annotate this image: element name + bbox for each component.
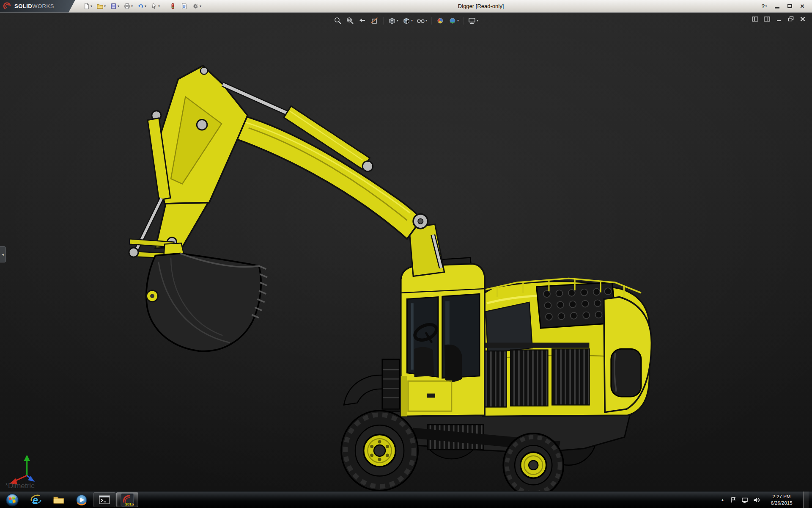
edit-appearance-ball-icon: [436, 17, 444, 25]
undo-button[interactable]: ▾: [135, 0, 148, 12]
zoom-to-fit-button[interactable]: [333, 16, 343, 26]
feature-panel-collapse-tab[interactable]: ◂: [0, 246, 6, 262]
taskbar: e: [0, 491, 812, 508]
new-button[interactable]: ▾: [81, 0, 94, 12]
hide-show-glasses-icon: [417, 17, 425, 25]
file-properties-icon: [181, 3, 188, 10]
start-button[interactable]: [0, 491, 25, 508]
dropdown-caret[interactable]: ▾: [200, 5, 201, 8]
open-button[interactable]: ▾: [95, 0, 107, 12]
taskbar-internet-explorer[interactable]: e: [25, 492, 47, 507]
system-tray: ▲ 2:27 PM 6/26/2015: [719, 491, 812, 508]
select-button[interactable]: ▾: [149, 0, 162, 12]
dropdown-caret[interactable]: ▾: [131, 5, 133, 8]
maximize-button[interactable]: [784, 2, 795, 11]
dropdown-caret[interactable]: ▾: [158, 5, 160, 8]
previous-view-button[interactable]: [357, 16, 368, 26]
clock-date: 6/26/2015: [764, 500, 799, 506]
taskbar-command-prompt[interactable]: [93, 492, 115, 507]
graphics-viewport[interactable]: *Dimetric: [0, 13, 812, 491]
display-style-button[interactable]: ▾: [401, 16, 414, 26]
undo-icon: [137, 3, 144, 10]
toolbar-separator: [463, 17, 464, 25]
minimize-button[interactable]: [771, 2, 782, 11]
doc-close-icon[interactable]: [799, 16, 806, 22]
dropdown-caret[interactable]: ▾: [104, 5, 106, 8]
network-icon[interactable]: [741, 496, 749, 504]
zoom-to-area-icon: [346, 17, 354, 25]
dropdown-caret[interactable]: ▾: [145, 5, 146, 8]
close-button[interactable]: ×: [797, 2, 808, 11]
doc-minimize-icon[interactable]: [776, 16, 782, 22]
apply-scene-button[interactable]: ▾: [447, 16, 460, 26]
front-right-wheel[interactable]: [503, 433, 563, 491]
apply-scene-icon: [448, 17, 457, 25]
options-button[interactable]: ▾: [190, 0, 203, 12]
taskbar-media-player[interactable]: [71, 492, 93, 507]
dropdown-caret[interactable]: ▾: [91, 5, 92, 8]
headsup-toolbar: ▾ ▾ ▾: [329, 15, 483, 27]
internet-explorer-icon: e: [30, 494, 42, 506]
window-controls: ?▾ ×: [759, 2, 812, 11]
model-canvas[interactable]: *Dimetric: [0, 13, 812, 491]
brand-light: WORKS: [32, 3, 54, 9]
clock-time: 2:27 PM: [764, 494, 799, 500]
zoom-to-area-button[interactable]: [345, 16, 355, 26]
print-button[interactable]: ▾: [122, 0, 134, 12]
taskbar-windows-explorer[interactable]: [48, 492, 70, 507]
view-orientation-label: *Dimetric: [5, 481, 35, 490]
dropdown-caret[interactable]: ▾: [411, 19, 413, 22]
solidworks-logo-icon: [3, 2, 12, 11]
pane-right-icon[interactable]: [764, 16, 771, 22]
rebuild-button[interactable]: [167, 0, 178, 12]
toolbar-separator: [431, 17, 432, 25]
help-glyph: ?: [762, 3, 765, 9]
dropdown-caret[interactable]: ▾: [477, 19, 478, 22]
doc-restore-icon[interactable]: [787, 16, 794, 22]
help-button[interactable]: ?▾: [759, 2, 770, 11]
dropdown-caret[interactable]: ▾: [397, 19, 398, 22]
view-settings-icon: [468, 17, 476, 25]
zoom-to-fit-icon: [334, 17, 342, 25]
pane-left-icon[interactable]: [752, 16, 759, 22]
edit-appearance-button[interactable]: [435, 16, 445, 26]
save-button[interactable]: ▾: [108, 0, 121, 12]
brand-bold: SOLID: [14, 3, 32, 9]
show-desktop-button[interactable]: [803, 491, 809, 508]
display-style-icon: [402, 17, 411, 25]
hide-show-items-button[interactable]: ▾: [416, 16, 428, 26]
command-prompt-icon: [98, 494, 111, 506]
file-properties-button[interactable]: [179, 0, 189, 12]
minimize-icon: [775, 7, 779, 8]
volume-icon[interactable]: [752, 496, 760, 504]
section-view-button[interactable]: [370, 16, 380, 26]
taskbar-clock[interactable]: 2:27 PM 6/26/2015: [764, 494, 799, 506]
view-settings-button[interactable]: ▾: [467, 16, 479, 26]
seat[interactable]: [444, 345, 462, 382]
print-icon: [123, 3, 131, 10]
options-gear-icon: [192, 3, 199, 10]
solidworks-app-icon: 2015: [121, 493, 134, 507]
dropdown-caret[interactable]: ▾: [457, 19, 459, 22]
show-hidden-icons-button[interactable]: ▲: [719, 498, 726, 502]
brand-text: SOLIDWORKS: [14, 3, 54, 9]
section-view-icon: [370, 17, 379, 25]
dropdown-caret[interactable]: ▾: [118, 5, 119, 8]
maximize-icon: [787, 4, 792, 8]
solidworks-logo: SOLIDWORKS: [0, 0, 75, 13]
action-center-flag-icon[interactable]: [730, 496, 737, 504]
view-orientation-button[interactable]: ▾: [387, 16, 399, 26]
view-orientation-cube-icon: [388, 17, 396, 25]
select-cursor-icon: [151, 3, 158, 10]
save-icon: [110, 3, 117, 10]
dropdown-caret[interactable]: ▾: [425, 19, 427, 22]
cab[interactable]: [401, 257, 485, 416]
grille-panel[interactable]: [552, 349, 589, 405]
front-left-wheel[interactable]: [341, 411, 418, 491]
toolbar-separator: [383, 17, 384, 25]
dropdown-caret: ▾: [765, 5, 767, 8]
taskbar-solidworks-2015[interactable]: 2015: [116, 492, 138, 507]
media-player-icon: [75, 494, 88, 506]
grille-panel[interactable]: [510, 350, 548, 406]
rebuild-stoplight-icon: [169, 3, 176, 10]
